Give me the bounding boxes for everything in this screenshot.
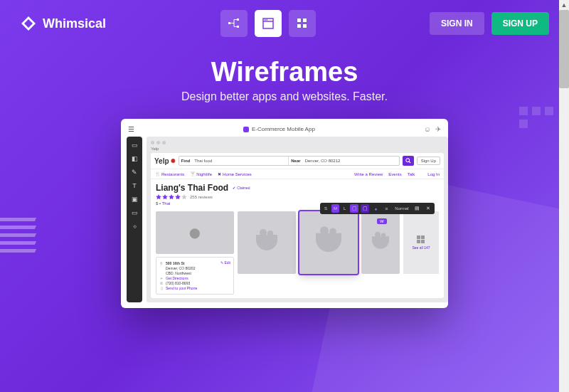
tool-button-icon[interactable]: ▭ — [129, 208, 139, 218]
cat-restaurants[interactable]: 🍴Restaurants — [155, 171, 184, 176]
review-count: 255 reviews — [190, 195, 213, 199]
tool-image-icon[interactable]: ▣ — [129, 194, 139, 204]
scroll-thumb[interactable] — [559, 10, 569, 88]
tool-wireframe[interactable] — [255, 10, 282, 37]
doc-type-icon — [243, 127, 249, 132]
floating-toolbar[interactable]: S M L ▢ ▢ ● ≡ Normal ▤ ✕ — [320, 203, 435, 214]
hero-subtitle: Design better apps and websites. Faster. — [0, 90, 569, 103]
size-l[interactable]: L — [341, 204, 348, 213]
search-box[interactable]: Find Thai food Near Denver, CO 80212 — [179, 156, 400, 166]
tb-circle-icon[interactable]: ● — [371, 204, 380, 213]
tool-sticky[interactable] — [289, 10, 316, 37]
photo-thumb-1[interactable] — [238, 211, 296, 274]
doc-title: E-Commerce Mobile App — [252, 126, 315, 132]
share-icon[interactable]: ✈ — [435, 125, 441, 133]
price-level: $ — [156, 201, 158, 206]
map-pin-icon: ⬤ — [189, 227, 201, 238]
app-window: ☰ E-Commerce Mobile App ☺ ✈ S M L ▢ ▢ ● … — [121, 119, 448, 308]
brand-name: Whimsical — [43, 16, 106, 31]
presence-icon[interactable]: ☺ — [424, 125, 431, 133]
map-image[interactable]: ⬤ — [156, 211, 234, 254]
whimsical-logo-icon — [20, 15, 37, 32]
search-icon — [405, 158, 411, 164]
scroll-up-arrow[interactable]: ▲ — [559, 0, 569, 10]
star-rating — [156, 194, 187, 200]
find-input[interactable]: Thai food — [192, 157, 288, 165]
svg-rect-5 — [265, 19, 266, 21]
svg-rect-8 — [303, 18, 307, 22]
write-review-link[interactable]: Write a Review — [354, 172, 383, 176]
svg-rect-2 — [237, 26, 239, 28]
tb-lines-icon[interactable]: ≡ — [382, 204, 390, 213]
fork-icon: 🍴 — [155, 171, 160, 176]
photo-thumb-2-selected[interactable] — [299, 211, 358, 274]
tool-link-icon[interactable]: ⟐ — [129, 221, 139, 231]
tool-frame-icon[interactable]: ▭ — [129, 140, 139, 150]
wireframe-icon — [262, 17, 275, 30]
edit-link[interactable]: ✎ Edit — [220, 260, 230, 265]
cat-nightlife[interactable]: 🍸Nightlife — [190, 171, 212, 176]
phone-icon: ✆ — [159, 281, 164, 285]
svg-point-11 — [405, 159, 409, 162]
tb-fill-icon[interactable]: ▢ — [361, 204, 369, 213]
food-icon — [316, 233, 341, 252]
tb-comment-icon[interactable]: ▤ — [413, 204, 422, 213]
talk-link[interactable]: Talk — [408, 172, 415, 176]
food-icon — [372, 236, 389, 249]
grid-icon — [417, 235, 426, 243]
svg-rect-7 — [297, 18, 301, 22]
send-phone-link[interactable]: Send to your Phone — [166, 286, 197, 290]
check-icon: ✔ — [233, 186, 235, 190]
grid-icon — [296, 17, 309, 30]
near-input[interactable]: Denver, CO 80212 — [303, 157, 399, 165]
yelp-burst-icon: ✺ — [171, 158, 176, 164]
cocktail-icon: 🍸 — [190, 171, 195, 176]
tb-close-icon[interactable]: ✕ — [424, 204, 432, 213]
side-toolbar: ▭ ◧ ✎ T ▣ ▭ ⟐ — [127, 137, 142, 302]
yelp-signup[interactable]: Sign Up — [417, 157, 440, 165]
brand-logo[interactable]: Whimsical — [20, 15, 106, 32]
flowchart-icon — [228, 17, 240, 30]
size-s[interactable]: S — [322, 204, 329, 213]
menu-icon[interactable]: ☰ — [128, 125, 134, 133]
tb-rect-icon[interactable]: ▢ — [350, 204, 358, 213]
login-link[interactable]: Log In — [427, 172, 440, 176]
tool-flowchart[interactable] — [220, 10, 248, 37]
svg-rect-1 — [237, 18, 239, 21]
page-scrollbar[interactable]: ▲ — [559, 0, 569, 392]
claimed-badge: ✔Claimed — [233, 186, 250, 190]
tool-pen-icon[interactable]: ✎ — [129, 167, 139, 177]
size-m[interactable]: M — [331, 204, 339, 213]
svg-rect-10 — [303, 24, 307, 28]
directions-icon: ➣ — [159, 276, 164, 280]
wrench-icon: ✖ — [218, 171, 221, 176]
collaborator-cursor: W — [377, 218, 387, 224]
directions-link[interactable]: Get Directions — [166, 276, 188, 280]
mobile-icon: ▯ — [159, 286, 164, 290]
svg-line-12 — [409, 161, 410, 163]
hero-title: Wireframes — [0, 57, 569, 88]
events-link[interactable]: Events — [388, 172, 401, 176]
business-title: Liang's Thai Food — [156, 183, 228, 193]
see-all-photos[interactable]: See all 147 — [403, 211, 439, 274]
tb-weight[interactable]: Normal — [393, 204, 410, 213]
svg-rect-0 — [228, 22, 230, 24]
browser-label: Yelp — [151, 147, 444, 151]
info-card: ✎ Edit ⚲500 16th St Denver, CO 80202 CBD… — [156, 257, 234, 295]
food-icon — [256, 235, 277, 250]
window-controls — [151, 141, 444, 144]
tool-element-icon[interactable]: ◧ — [129, 154, 139, 164]
cat-home[interactable]: ✖Home Services — [218, 171, 252, 176]
signin-button[interactable]: SIGN IN — [430, 12, 484, 35]
svg-rect-6 — [266, 19, 267, 21]
cuisine-link[interactable]: Thai — [162, 201, 171, 206]
search-button[interactable] — [403, 156, 414, 166]
pin-icon: ⚲ — [159, 261, 164, 265]
tool-text-icon[interactable]: T — [129, 181, 139, 191]
yelp-logo[interactable]: Yelp ✺ — [154, 157, 176, 165]
svg-rect-9 — [297, 24, 301, 28]
canvas[interactable]: Yelp Yelp ✺ Find Thai food Near Denver, … — [147, 137, 448, 302]
signup-button[interactable]: SIGN UP — [491, 12, 549, 35]
